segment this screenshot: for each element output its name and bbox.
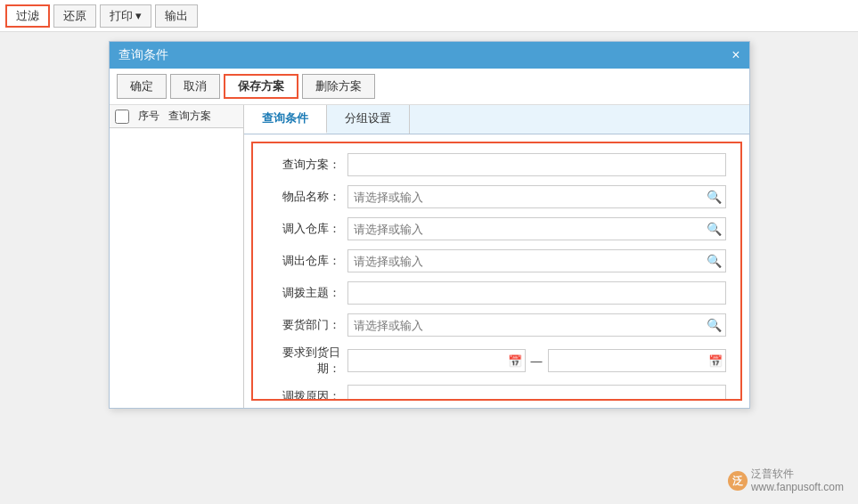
watermark-line1: 泛普软件 [751, 467, 844, 482]
print-button[interactable]: 打印 ▾ [100, 4, 151, 28]
form-row-transfer-subject: 调拨主题： [267, 280, 726, 305]
calendar-start-icon: 📅 [505, 354, 525, 368]
print-arrow-icon: ▾ [135, 9, 142, 22]
input-dept[interactable] [348, 317, 704, 334]
tabs-row: 查询条件 分组设置 [244, 105, 749, 134]
form-row-out-warehouse: 调出仓库： 🔍 [267, 248, 726, 273]
input-wrap-out-warehouse: 🔍 [347, 249, 726, 272]
filter-button[interactable]: 过滤 [5, 4, 50, 28]
dialog-header: 查询条件 × [110, 42, 749, 69]
label-transfer-reason: 调拨原因： [267, 388, 347, 401]
query-dialog: 查询条件 × 确定 取消 保存方案 删除方案 序号 查询方案 [109, 41, 750, 409]
tab-query-condition[interactable]: 查询条件 [244, 105, 327, 134]
watermark-logo: 泛 [728, 471, 748, 491]
form-row-delivery-date: 要求到货日期： 📅 — 📅 [267, 345, 726, 377]
seq-col-header: 序号 [138, 109, 159, 124]
left-panel-header: 序号 查询方案 [110, 105, 243, 128]
input-out-warehouse[interactable] [348, 253, 704, 270]
input-wrap-item-name: 🔍 [347, 185, 726, 208]
date-separator: — [529, 354, 544, 368]
label-item-name: 物品名称： [267, 189, 347, 205]
date-end-wrap: 📅 [548, 349, 726, 372]
input-wrap-in-warehouse: 🔍 [347, 217, 726, 240]
watermark-line2: www.fanpusoft.com [751, 481, 844, 495]
input-transfer-subject[interactable] [347, 281, 726, 305]
dialog-title: 查询条件 [118, 47, 168, 63]
form-row-transfer-reason: 调拨原因： [267, 384, 726, 401]
restore-button[interactable]: 还原 [53, 4, 96, 28]
dialog-body: 序号 查询方案 查询条件 分组设置 查询方案： [110, 105, 749, 408]
watermark-text: 泛普软件 www.fanpusoft.com [751, 467, 844, 495]
plan-col-header: 查询方案 [168, 109, 211, 124]
search-icon-dept[interactable]: 🔍 [704, 314, 725, 336]
label-dept: 要货部门： [267, 317, 347, 333]
dialog-close-button[interactable]: × [731, 47, 740, 63]
search-icon-item-name[interactable]: 🔍 [704, 186, 725, 207]
tab-group-settings[interactable]: 分组设置 [327, 105, 410, 134]
watermark: 泛 泛普软件 www.fanpusoft.com [728, 467, 844, 495]
dialog-toolbar: 确定 取消 保存方案 删除方案 [110, 69, 749, 105]
cancel-button[interactable]: 取消 [170, 74, 220, 99]
confirm-button[interactable]: 确定 [117, 74, 167, 99]
select-all-checkbox[interactable] [115, 110, 129, 124]
label-out-warehouse: 调出仓库： [267, 253, 347, 269]
input-transfer-reason[interactable] [347, 385, 726, 401]
label-transfer-subject: 调拨主题： [267, 285, 347, 301]
main-area: 查询条件 × 确定 取消 保存方案 删除方案 序号 查询方案 [0, 32, 858, 418]
input-item-name[interactable] [348, 189, 704, 206]
search-icon-in-warehouse[interactable]: 🔍 [704, 218, 725, 240]
left-panel: 序号 查询方案 [110, 105, 244, 408]
calendar-end-icon: 📅 [706, 354, 725, 368]
right-panel: 查询条件 分组设置 查询方案： 物品名称： 🔍 [244, 105, 749, 408]
form-row-dept: 要货部门： 🔍 [267, 313, 726, 337]
export-button[interactable]: 输出 [155, 4, 198, 28]
input-query-plan[interactable] [347, 153, 726, 176]
main-toolbar: 过滤 还原 打印 ▾ 输出 [0, 0, 858, 32]
save-plan-button[interactable]: 保存方案 [224, 74, 298, 99]
label-in-warehouse: 调入仓库： [267, 221, 347, 237]
search-icon-out-warehouse[interactable]: 🔍 [704, 250, 725, 272]
label-delivery-date: 要求到货日期： [267, 345, 347, 377]
date-range-delivery: 📅 — 📅 [347, 349, 726, 372]
date-start-wrap: 📅 [347, 349, 526, 372]
input-in-warehouse[interactable] [348, 221, 704, 238]
input-wrap-dept: 🔍 [347, 313, 726, 337]
form-row-query-plan: 查询方案： [267, 152, 726, 177]
date-start-input[interactable] [348, 353, 505, 370]
form-area: 查询方案： 物品名称： 🔍 调入仓库： [251, 142, 742, 401]
form-row-in-warehouse: 调入仓库： 🔍 [267, 216, 726, 241]
label-query-plan: 查询方案： [267, 157, 347, 173]
print-label: 打印 [110, 8, 133, 24]
delete-plan-button[interactable]: 删除方案 [302, 74, 375, 99]
date-end-input[interactable] [549, 353, 706, 370]
form-row-item-name: 物品名称： 🔍 [267, 184, 726, 209]
